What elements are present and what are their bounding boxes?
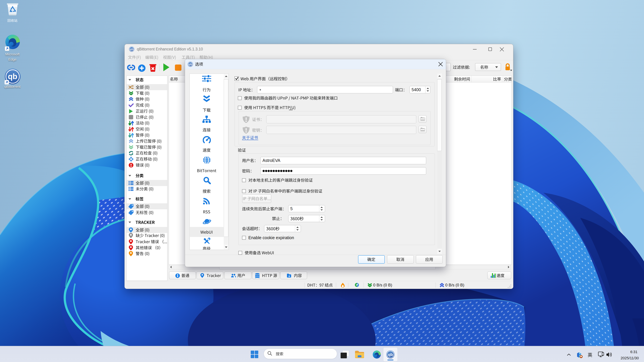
svg-text:qb: qb [388,352,393,357]
svg-text:qb: qb [130,47,133,51]
svg-text:qb: qb [188,62,192,66]
svg-text:qb: qb [8,72,17,81]
